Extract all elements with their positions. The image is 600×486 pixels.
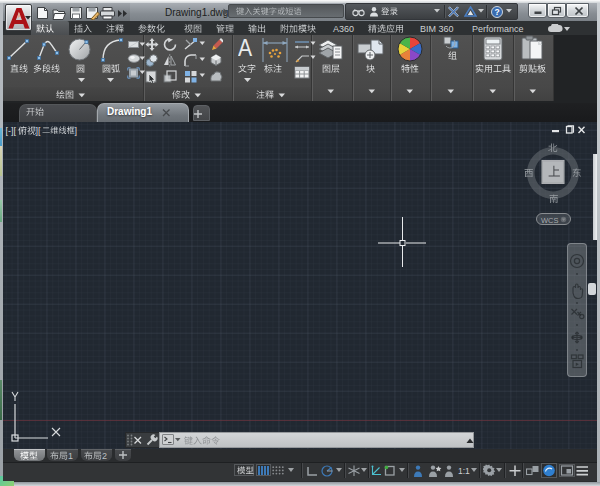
svg-text:?: ? — [494, 7, 499, 17]
